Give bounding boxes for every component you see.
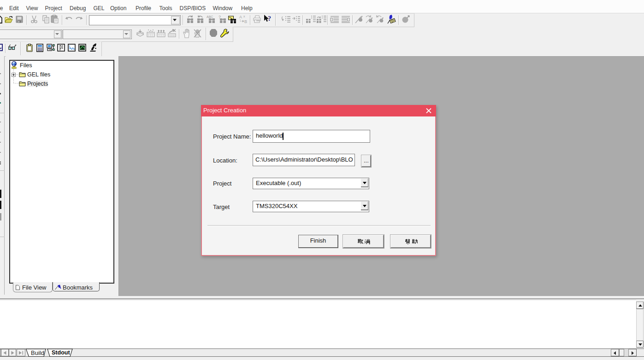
svg-text:ABC: ABC — [207, 15, 213, 18]
svg-text:A: A — [239, 15, 242, 19]
svg-text:B: B — [244, 19, 247, 23]
svg-text:x: x — [243, 15, 245, 18]
svg-text:?: ? — [268, 15, 271, 22]
